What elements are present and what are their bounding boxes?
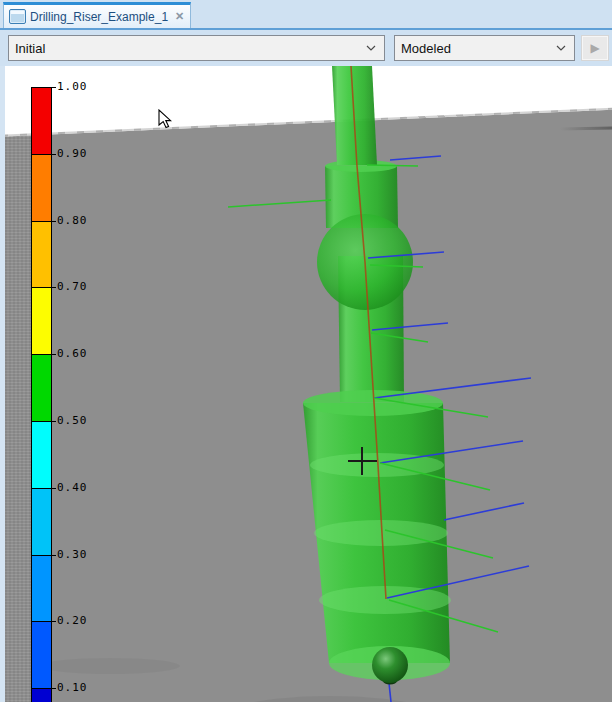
colorbar-segment (32, 489, 51, 556)
3d-viewport[interactable]: 1.000.900.800.700.600.500.400.300.200.10 (0, 66, 612, 702)
tab-drilling-riser-example[interactable]: Drilling_Riser_Example_1 ✕ (3, 2, 191, 28)
buoyancy-can-cylinder (303, 390, 451, 680)
play-simulation-button[interactable]: ▶ (581, 35, 609, 61)
colorbar-segment (32, 222, 51, 289)
riser-model[interactable] (0, 66, 612, 702)
application-window: Drilling_Riser_Example_1 ✕ Initial Model… (0, 0, 612, 702)
colorbar-segment (32, 88, 51, 155)
chevron-down-icon (556, 45, 566, 51)
view-mode-dropdown[interactable]: Modeled (394, 35, 575, 61)
colorbar-segment (32, 355, 51, 422)
colorbar-segment (32, 622, 51, 689)
colorbar-segment (32, 288, 51, 355)
view-mode-dropdown-value: Modeled (401, 41, 451, 56)
mouse-cursor (158, 109, 172, 130)
colorbar-segment (32, 689, 51, 702)
colorbar-segment (32, 155, 51, 222)
colorbar[interactable] (31, 87, 52, 702)
model-document-icon (9, 9, 26, 24)
tab-bar: Drilling_Riser_Example_1 ✕ (0, 0, 612, 30)
play-icon: ▶ (590, 41, 599, 55)
state-dropdown[interactable]: Initial (8, 35, 385, 61)
close-icon[interactable]: ✕ (175, 10, 184, 23)
toolbar: Initial Modeled ▶ (0, 30, 612, 66)
tab-label: Drilling_Riser_Example_1 (30, 10, 168, 24)
colorbar-segment (32, 556, 51, 623)
chevron-down-icon (366, 45, 376, 51)
colorbar-segment (32, 422, 51, 489)
state-dropdown-value: Initial (15, 41, 45, 56)
